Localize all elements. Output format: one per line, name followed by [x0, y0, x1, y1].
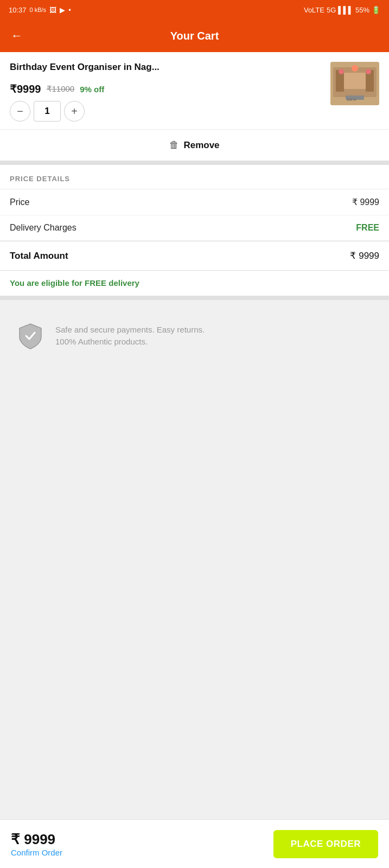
free-delivery-text: You are eligible for FREE delivery [10, 278, 139, 288]
quantity-decrease-button[interactable]: − [10, 101, 30, 122]
svg-text:100 %: 100 % [347, 98, 356, 101]
price-row-item: Price ₹ 9999 [0, 189, 389, 215]
security-text: Safe and secure payments. Easy returns.1… [55, 324, 205, 348]
section-title: PRICE DETAILS [10, 175, 70, 183]
battery-level: 55% [355, 6, 369, 14]
status-bar: 10:37 0 kB/s 🖼 ▶ • VoLTE 5G ▌▌▌ 55% 🔋 [0, 0, 389, 20]
free-delivery-banner: You are eligible for FREE delivery [0, 271, 389, 300]
quantity-row: − 1 + [10, 101, 324, 122]
price-value: ₹ 9999 [352, 197, 379, 207]
photo-icon: 🖼 [49, 6, 56, 14]
place-order-button[interactable]: PLACE ORDER [273, 830, 378, 858]
delivery-label: Delivery Charges [10, 223, 76, 233]
product-row: Birthday Event Organiser in Nag... ₹9999… [0, 52, 389, 130]
total-row: Total Amount ₹ 9999 [0, 241, 389, 271]
confirm-order-link[interactable]: Confirm Order [11, 848, 62, 857]
cart-content: Birthday Event Organiser in Nag... ₹9999… [0, 52, 389, 300]
product-title: Birthday Event Organiser in Nag... [10, 62, 324, 73]
trash-icon: 🗑 [169, 139, 179, 151]
delivery-value: FREE [356, 223, 379, 233]
delivery-row: Delivery Charges FREE [0, 215, 389, 241]
remove-label: Remove [183, 140, 219, 151]
svg-point-6 [366, 69, 371, 74]
dot-icon: • [68, 6, 71, 14]
product-image: 100 % [330, 62, 379, 105]
total-label: Total Amount [10, 251, 68, 261]
price-details: Price ₹ 9999 Delivery Charges FREE Total… [0, 189, 389, 271]
remove-row[interactable]: 🗑 Remove [0, 130, 389, 165]
page-title: Your Cart [31, 30, 358, 42]
security-section: Safe and secure payments. Easy returns.1… [0, 300, 389, 372]
svg-point-7 [352, 65, 358, 72]
price-details-header: PRICE DETAILS [0, 165, 389, 189]
product-pricing: ₹9999 ₹11000 9% off [10, 82, 324, 95]
discount-badge: 9% off [80, 85, 104, 94]
shield-icon [16, 322, 44, 350]
network-gen: 5G [327, 6, 336, 14]
header: ← Your Cart [0, 20, 389, 52]
original-price: ₹11000 [47, 84, 75, 94]
current-price: ₹9999 [10, 82, 41, 95]
quantity-increase-button[interactable]: + [64, 101, 85, 122]
quantity-value: 1 [34, 101, 61, 122]
svg-rect-4 [344, 73, 366, 89]
back-button[interactable]: ← [11, 29, 23, 43]
svg-point-5 [339, 69, 344, 74]
bottom-price-section: ₹ 9999 Confirm Order [11, 831, 62, 857]
total-value: ₹ 9999 [350, 250, 379, 261]
product-thumbnail: 100 % [330, 62, 379, 105]
time: 10:37 [9, 6, 27, 14]
status-right: VoLTE 5G ▌▌▌ 55% 🔋 [304, 6, 380, 14]
data-indicator: 0 kB/s [30, 7, 47, 13]
product-info: Birthday Event Organiser in Nag... ₹9999… [10, 62, 324, 122]
empty-space [0, 372, 389, 643]
video-icon: ▶ [60, 6, 65, 14]
status-left: 10:37 0 kB/s 🖼 ▶ • [9, 6, 71, 14]
battery-icon: 🔋 [372, 6, 380, 14]
bottom-price: ₹ 9999 [11, 831, 62, 848]
network-type: VoLTE [304, 6, 324, 14]
price-label: Price [10, 197, 29, 207]
bottom-bar: ₹ 9999 Confirm Order PLACE ORDER [0, 819, 389, 868]
signal-icon: ▌▌▌ [338, 6, 353, 14]
